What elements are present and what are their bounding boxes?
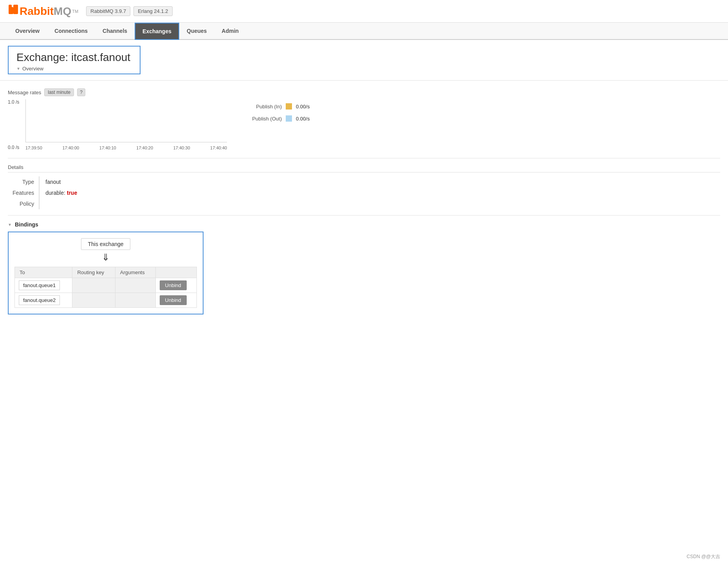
page-title-box: Exchange: itcast.fanout Overview	[8, 46, 141, 74]
bindings-table: To Routing key Arguments fanout.queue1	[14, 267, 197, 308]
details-title: Details	[8, 164, 720, 172]
chart-y-labels: 1.0 /s 0.0 /s	[8, 99, 23, 150]
page-title: Exchange: itcast.fanout	[16, 51, 130, 64]
legend-publish-in: Publish (In) 0.00/s	[243, 103, 310, 110]
chart-area: 1.0 /s 0.0 /s 17:39:50 17:40:00 17:40:10…	[8, 99, 227, 150]
binding-row1-action: Unbind	[155, 278, 196, 293]
chart-x-1: 17:40:00	[62, 145, 79, 150]
table-row: fanout.queue1 Unbind	[15, 278, 197, 293]
details-type-row: Type fanout	[8, 176, 82, 187]
bindings-arrow: ⇓	[14, 252, 197, 263]
binding-row1-routing-key	[72, 278, 115, 293]
main-content: Message rates last minute ? 1.0 /s 0.0 /…	[0, 84, 728, 324]
message-rates-label: Message rates last minute ?	[8, 88, 720, 96]
legend-publish-in-value: 0.00/s	[296, 104, 310, 110]
bindings-table-body: fanout.queue1 Unbind fanout.queue2	[15, 278, 197, 308]
this-exchange-center: This exchange	[14, 238, 197, 250]
bindings-table-header-row: To Routing key Arguments	[15, 267, 197, 278]
details-features-key: Features	[8, 187, 39, 198]
bindings-header[interactable]: Bindings	[8, 221, 720, 228]
details-table: Type fanout Features durable: true Polic…	[8, 176, 82, 209]
binding-row2-routing-key	[72, 293, 115, 308]
binding-row2-to: fanout.queue2	[15, 293, 72, 308]
chart-legend: Publish (In) 0.00/s Publish (Out) 0.00/s	[243, 103, 310, 122]
details-features-row: Features durable: true	[8, 187, 82, 198]
legend-publish-out-label: Publish (Out)	[243, 116, 282, 122]
queue-name-1: fanout.queue1	[19, 280, 60, 290]
legend-publish-out-value: 0.00/s	[296, 116, 310, 122]
binding-row2-arguments	[115, 293, 155, 308]
nav-connections[interactable]: Connections	[47, 23, 95, 40]
rabbitmq-version-badge: RabbitMQ 3.9.7	[86, 6, 130, 16]
message-rates-text: Message rates	[8, 90, 41, 95]
details-policy-value	[39, 198, 82, 209]
col-to: To	[15, 267, 72, 278]
table-row: fanout.queue2 Unbind	[15, 293, 197, 308]
version-badges: RabbitMQ 3.9.7 Erlang 24.1.2	[86, 6, 172, 16]
legend-publish-out: Publish (Out) 0.00/s	[243, 115, 310, 122]
col-action	[155, 267, 196, 278]
details-features-value: durable: true	[39, 187, 82, 198]
page-title-name: itcast.fanout	[71, 51, 130, 63]
details-section: Details Type fanout Features durable: tr…	[8, 164, 720, 209]
erlang-version-badge: Erlang 24.1.2	[133, 6, 172, 16]
help-badge[interactable]: ?	[77, 88, 85, 96]
nav: Overview Connections Channels Exchanges …	[0, 23, 728, 40]
last-minute-badge: last minute	[44, 88, 74, 96]
header: Rabbit MQ TM RabbitMQ 3.9.7 Erlang 24.1.…	[0, 0, 728, 23]
legend-publish-in-label: Publish (In)	[243, 104, 282, 110]
nav-admin[interactable]: Admin	[214, 23, 246, 40]
details-policy-key: Policy	[8, 198, 39, 209]
chart-container: 1.0 /s 0.0 /s 17:39:50 17:40:00 17:40:10…	[8, 99, 720, 150]
page-title-prefix: Exchange:	[16, 51, 71, 63]
unbind-button-1[interactable]: Unbind	[160, 280, 187, 290]
bindings-title: Bindings	[15, 221, 38, 228]
legend-publish-out-color	[286, 115, 292, 122]
bindings-table-head: To Routing key Arguments	[15, 267, 197, 278]
chart-x-2: 17:40:10	[99, 145, 116, 150]
bindings-section: Bindings This exchange ⇓ To Routing key …	[8, 221, 720, 314]
details-policy-row: Policy	[8, 198, 82, 209]
binding-row1-arguments	[115, 278, 155, 293]
nav-queues[interactable]: Queues	[179, 23, 214, 40]
details-type-value: fanout	[39, 176, 82, 187]
nav-exchanges[interactable]: Exchanges	[135, 23, 179, 40]
legend-publish-in-color	[286, 103, 292, 110]
chart-graph	[25, 99, 227, 142]
svg-rect-1	[13, 5, 18, 14]
chart-x-5: 17:40:40	[210, 145, 227, 150]
logo-rabbit-icon	[8, 4, 20, 18]
logo-tm-text: TM	[72, 9, 78, 14]
unbind-button-2[interactable]: Unbind	[160, 295, 187, 305]
svg-rect-2	[9, 5, 12, 9]
chart-y-max: 1.0 /s	[8, 99, 23, 105]
chart-x-labels: 17:39:50 17:40:00 17:40:10 17:40:20 17:4…	[25, 145, 227, 150]
binding-row2-action: Unbind	[155, 293, 196, 308]
binding-row1-to: fanout.queue1	[15, 278, 72, 293]
chart-y-min: 0.0 /s	[8, 145, 23, 150]
overview-link[interactable]: Overview	[16, 66, 130, 74]
nav-overview[interactable]: Overview	[8, 23, 47, 40]
nav-channels[interactable]: Channels	[95, 23, 135, 40]
col-arguments: Arguments	[115, 267, 155, 278]
queue-name-2: fanout.queue2	[19, 295, 60, 305]
details-type-key: Type	[8, 176, 39, 187]
chart-x-3: 17:40:20	[136, 145, 153, 150]
logo-mq-text: MQ	[54, 5, 71, 18]
chart-x-0: 17:39:50	[25, 145, 42, 150]
col-routing-key: Routing key	[72, 267, 115, 278]
this-exchange-button[interactable]: This exchange	[81, 238, 130, 250]
chart-x-4: 17:40:30	[173, 145, 190, 150]
logo: Rabbit MQ TM	[8, 4, 78, 18]
logo-rabbit-text: Rabbit	[20, 5, 54, 18]
bindings-box: This exchange ⇓ To Routing key Arguments	[8, 232, 204, 314]
